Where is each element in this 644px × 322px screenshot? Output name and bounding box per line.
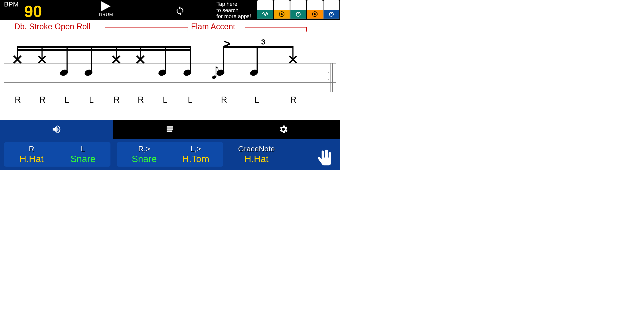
sticking-letter: R: [39, 95, 46, 105]
sticking-letter: L: [254, 95, 259, 105]
wave-icon: [262, 12, 268, 16]
panel-value: Snare: [121, 154, 168, 164]
panel-label: R,>: [121, 144, 168, 153]
score-area[interactable]: Db. Stroke Open Roll Flam Accent > 3 RRL…: [0, 20, 340, 120]
panel-label: L: [60, 144, 106, 153]
tab-settings[interactable]: [226, 120, 340, 139]
sticking-letter: L: [89, 95, 94, 105]
tab-list[interactable]: [113, 120, 227, 139]
app-tile-3[interactable]: ♫3♫: [290, 0, 306, 19]
play-circle-icon: [279, 11, 285, 17]
svg-rect-44: [166, 126, 173, 128]
panel-value: H.Hat: [228, 154, 284, 164]
app-tile-4[interactable]: ♪♫♫: [307, 0, 323, 19]
ad-line: for more apps!: [216, 13, 251, 20]
svg-line-11: [332, 12, 333, 13]
svg-rect-46: [166, 130, 172, 132]
tab-bar: [0, 120, 340, 139]
play-circle-icon: [312, 11, 318, 17]
play-icon: [101, 1, 111, 11]
tile-notes-icon: ♫3♫: [328, 2, 335, 8]
svg-line-4: [296, 12, 298, 13]
tile-notes-icon: ♫3♫: [295, 2, 302, 8]
sound-panel: R H.Hat L Snare R,> Snare L,> H.Tom Grac…: [0, 139, 340, 170]
tile-notes-icon: ♪♫♫: [311, 3, 319, 8]
accent-mark: >: [224, 37, 230, 50]
app-tile-5[interactable]: ♫3♫: [323, 0, 340, 19]
svg-rect-14: [223, 46, 294, 48]
sticking-letter: R: [290, 95, 296, 105]
svg-rect-12: [17, 46, 191, 48]
bpm-value[interactable]: 90: [24, 2, 42, 20]
bpm-label: BPM: [4, 0, 18, 8]
svg-marker-7: [314, 13, 316, 16]
svg-rect-45: [166, 128, 173, 130]
list-icon: [165, 124, 175, 134]
clock-icon: [296, 11, 301, 17]
ad-line: to search: [216, 7, 251, 14]
panel-cell-gracenote[interactable]: GraceNote H.Hat: [228, 144, 284, 164]
gear-icon: [278, 124, 288, 134]
panel-cell-l-accent[interactable]: L,> H.Tom: [170, 143, 222, 166]
play-mode-label: DRUM: [99, 12, 113, 17]
svg-line-10: [330, 12, 331, 13]
notation-svg: [0, 20, 340, 120]
play-button[interactable]: DRUM: [99, 1, 113, 17]
loop-icon: [175, 5, 185, 15]
hand-button[interactable]: [316, 149, 334, 168]
loop-button[interactable]: [175, 5, 185, 16]
sticking-letter: R: [114, 95, 120, 105]
svg-marker-1: [281, 13, 283, 16]
panel-label: L,>: [172, 144, 219, 153]
sticking-letter: L: [64, 95, 69, 105]
app-tiles: ♫♫ ♪♪♪ ♫3♫ ♪♫♫ ♫3♫: [257, 0, 340, 19]
app-tile-1[interactable]: ♫♫: [257, 0, 273, 19]
panel-cell-l[interactable]: L Snare: [57, 143, 109, 166]
clock-icon: [328, 11, 334, 17]
sticking-letter: R: [15, 95, 21, 105]
top-bar: BPM 90 DRUM Tap here to search for more …: [0, 0, 340, 20]
svg-rect-13: [17, 49, 191, 51]
ad-line: Tap here: [216, 1, 251, 7]
panel-value: H.Tom: [172, 154, 219, 164]
panel-cell-r-accent[interactable]: R,> Snare: [118, 143, 170, 166]
tile-notes-icon: ♪♪♪: [278, 2, 285, 8]
panel-label: GraceNote: [228, 144, 284, 153]
tile-notes-icon: ♫♫: [262, 2, 268, 8]
panel-value: Snare: [60, 154, 106, 164]
tab-sound[interactable]: [0, 120, 113, 139]
triplet-number: 3: [261, 38, 266, 46]
sticking-letter: L: [163, 95, 168, 105]
app-tile-2[interactable]: ♪♪♪: [274, 0, 290, 19]
sticking-letter: R: [138, 95, 144, 105]
speaker-icon: [52, 124, 62, 134]
sticking-letter: R: [221, 95, 227, 105]
svg-line-5: [299, 12, 300, 13]
hand-icon: [316, 149, 334, 168]
panel-label: R: [8, 144, 55, 153]
sticking-letter: L: [188, 95, 192, 105]
panel-value: H.Hat: [8, 154, 55, 164]
search-apps-link[interactable]: Tap here to search for more apps!: [216, 1, 251, 20]
panel-cell-r[interactable]: R H.Hat: [6, 143, 57, 166]
